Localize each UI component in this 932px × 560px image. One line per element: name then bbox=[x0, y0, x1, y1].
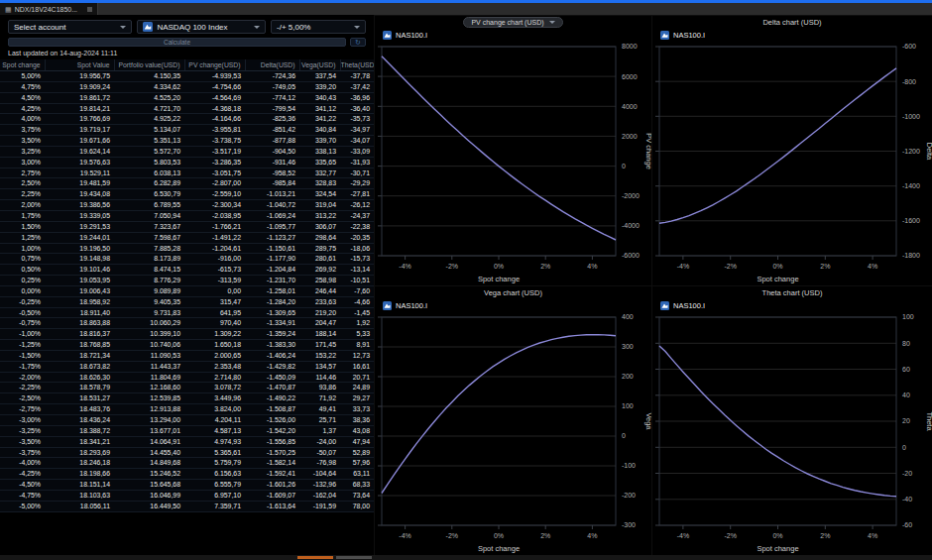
column-header[interactable]: Spot Value bbox=[45, 59, 114, 71]
table-cell: 19.244,01 bbox=[45, 232, 114, 243]
table-row[interactable]: 3,75%19.719,175.134,07-3.955,81-851,4234… bbox=[0, 125, 374, 136]
table-row[interactable]: 2,75%19.529,116.038,13-3.051,75-958,5233… bbox=[0, 168, 374, 178]
table-cell: -33,09 bbox=[340, 146, 374, 157]
column-header[interactable]: Vega(USD) bbox=[299, 59, 340, 71]
table-row[interactable]: -0,25%18.958,929.405,35315,47-1.284,2023… bbox=[0, 296, 374, 307]
y-axis-label: Theta bbox=[925, 411, 932, 431]
table-cell: 5.572,70 bbox=[114, 146, 184, 157]
table-row[interactable]: 1,25%19.244,017.598,67-1.491,22-1.123,27… bbox=[0, 232, 374, 243]
table-cell: 233,63 bbox=[299, 296, 340, 307]
table-row[interactable]: -5,00%18.056,1116.449,507.359,71-1.613,6… bbox=[0, 501, 374, 511]
column-header[interactable]: Spot change bbox=[0, 59, 45, 71]
table-cell: -1.231,70 bbox=[245, 276, 299, 286]
table-row[interactable]: -0,75%18.863,8810.060,29970,40-1.334,912… bbox=[0, 318, 374, 329]
table-cell: 339,20 bbox=[299, 81, 340, 92]
table-cell: 19.956,75 bbox=[45, 71, 114, 82]
column-header[interactable]: PV change(USD) bbox=[184, 59, 245, 71]
column-header[interactable]: Portfolio value(USD) bbox=[114, 59, 184, 71]
table-cell: -1.150,61 bbox=[245, 243, 299, 254]
table-row[interactable]: -1,25%18.768,8510.740,061.650,18-1.383,3… bbox=[0, 340, 374, 351]
column-header[interactable]: Theta(USD) bbox=[340, 59, 374, 71]
table-row[interactable]: 4,50%19.861,724.525,20-4.564,69-774,1234… bbox=[0, 92, 374, 103]
table-row[interactable]: 2,50%19.481,596.282,89-2.807,00-985,8432… bbox=[0, 178, 374, 189]
charts-grid: PV change chart (USD)NAS100.I80006000400… bbox=[374, 15, 932, 555]
svg-text:-2%: -2% bbox=[724, 263, 736, 270]
table-cell: -3.517,19 bbox=[184, 146, 245, 157]
table-row[interactable]: -4,25%18.198,6615.246,526.156,63-1.592,4… bbox=[0, 469, 374, 480]
table-cell: 4.925,22 bbox=[114, 114, 184, 125]
table-row[interactable]: 5,00%19.956,754.150,35-4.939,53-724,3633… bbox=[0, 71, 374, 82]
refresh-button[interactable]: ↻ bbox=[350, 38, 366, 47]
table-cell: 2,25% bbox=[0, 189, 45, 200]
table-cell: -22,38 bbox=[340, 221, 374, 232]
table-row[interactable]: -2,00%18.626,3011.804,692.714,80-1.450,0… bbox=[0, 372, 374, 383]
table-cell: 5,00% bbox=[0, 71, 45, 82]
table-cell: 12.168,60 bbox=[114, 383, 184, 393]
table-cell: -916,00 bbox=[184, 254, 245, 265]
table-row[interactable]: 3,25%19.624,145.572,70-3.517,19-904,5033… bbox=[0, 146, 374, 157]
instrument-icon bbox=[383, 31, 392, 40]
delta-plot: -600-800-1000-1200-1400-1600-1800-4%-2%0… bbox=[652, 41, 932, 285]
table-row[interactable]: -0,50%18.911,409.731,83641,95-1.309,6521… bbox=[0, 307, 374, 318]
account-select[interactable]: Select account bbox=[8, 20, 132, 34]
table-cell: 341,22 bbox=[299, 114, 340, 125]
table-row[interactable]: 0,75%19.148,988.173,89-916,00-1.177,9028… bbox=[0, 254, 374, 265]
table-row[interactable]: -2,75%18.483,7612.913,883.824,00-1.508,8… bbox=[0, 404, 374, 415]
table-cell: -724,36 bbox=[245, 71, 299, 82]
table-row[interactable]: 4,75%19.909,244.334,62-4.754,66-749,0533… bbox=[0, 81, 374, 92]
table-row[interactable]: 0,00%19.006,439.089,890,00-1.258,01246,4… bbox=[0, 285, 374, 296]
chart-type-select[interactable]: PV change chart (USD) bbox=[463, 17, 562, 28]
table-cell: 328,83 bbox=[299, 178, 340, 189]
table-row[interactable]: -2,25%18.578,7912.168,603.078,72-1.470,8… bbox=[0, 383, 374, 393]
table-row[interactable]: 2,00%19.386,566.789,55-2.300,34-1.040,72… bbox=[0, 200, 374, 211]
svg-text:-60: -60 bbox=[902, 521, 912, 528]
chart-title: Delta chart (USD) bbox=[762, 18, 821, 27]
table-row[interactable]: -4,50%18.151,1415.645,686.555,79-1.601,2… bbox=[0, 480, 374, 491]
tab-detach-icon[interactable] bbox=[87, 7, 92, 12]
table-row[interactable]: -3,00%18.436,2413.294,004.204,11-1.526,0… bbox=[0, 415, 374, 426]
table-cell: -3.738,75 bbox=[184, 136, 245, 147]
table-cell: -3.286,35 bbox=[184, 157, 245, 168]
table-row[interactable]: 1,75%19.339,057.050,94-2.038,95-1.069,24… bbox=[0, 210, 374, 221]
table-row[interactable]: 1,00%19.196,507.885,28-1.204,61-1.150,61… bbox=[0, 243, 374, 254]
table-row[interactable]: -1,75%18.673,8211.443,372.353,48-1.429,8… bbox=[0, 361, 374, 372]
table-row[interactable]: -2,50%18.531,2712.539,853.449,96-1.490,2… bbox=[0, 393, 374, 404]
tab-ndx-option[interactable]: ▦ NDX/18V24C1850... bbox=[0, 3, 98, 15]
range-select[interactable]: -/+ 5,00% bbox=[271, 20, 366, 34]
calculate-button[interactable]: Calculate bbox=[8, 38, 346, 47]
svg-text:-4%: -4% bbox=[677, 263, 689, 270]
table-row[interactable]: -3,50%18.341,2114.064,914.974,93-1.556,8… bbox=[0, 436, 374, 447]
table-cell: 641,95 bbox=[184, 307, 245, 318]
table-cell: -749,05 bbox=[245, 81, 299, 92]
table-row[interactable]: 0,50%19.101,468.474,15-615,73-1.204,8426… bbox=[0, 265, 374, 276]
table-row[interactable]: -1,50%18.721,3411.090,532.000,65-1.406,2… bbox=[0, 350, 374, 361]
table-cell: 19.434,08 bbox=[45, 189, 114, 200]
table-row[interactable]: -4,75%18.103,6316.046,996.957,10-1.609,0… bbox=[0, 490, 374, 501]
pv-change-curve bbox=[382, 56, 616, 240]
column-header[interactable]: Delta(USD) bbox=[245, 59, 299, 71]
table-cell: 7.050,94 bbox=[114, 210, 184, 221]
table-row[interactable]: -3,75%18.293,6914.455,405.365,61-1.570,2… bbox=[0, 447, 374, 458]
table-cell: -35,73 bbox=[340, 114, 374, 125]
table-row[interactable]: -4,00%18.246,1814.849,685.759,79-1.582,1… bbox=[0, 458, 374, 469]
table-cell: 1,75% bbox=[0, 210, 45, 221]
scrollbar-thumb-gray[interactable] bbox=[336, 556, 372, 559]
table-cell: 18.816,37 bbox=[45, 329, 114, 340]
table-row[interactable]: 4,00%19.766,694.925,22-4.164,66-825,3634… bbox=[0, 114, 374, 125]
table-cell: -34,07 bbox=[340, 136, 374, 147]
table-row[interactable]: 3,00%19.576,635.803,53-3.286,35-931,4633… bbox=[0, 157, 374, 168]
table-row[interactable]: 0,25%19.053,958.776,29-313,59-1.231,7025… bbox=[0, 276, 374, 286]
table-row[interactable]: -3,25%18.388,7213.677,014.587,13-1.542,2… bbox=[0, 425, 374, 436]
table-row[interactable]: 2,25%19.434,086.530,79-2.559,10-1.013,21… bbox=[0, 189, 374, 200]
table-row[interactable]: 3,50%19.671,665.351,13-3.738,75-877,8833… bbox=[0, 136, 374, 147]
table-cell: 134,57 bbox=[299, 361, 340, 372]
table-row[interactable]: 4,25%19.814,214.721,70-4.368,18-799,5434… bbox=[0, 103, 374, 114]
table-cell: 4.587,13 bbox=[184, 425, 245, 436]
table-cell: 19.006,43 bbox=[45, 285, 114, 296]
scrollbar-thumb-orange[interactable] bbox=[297, 556, 333, 559]
table-row[interactable]: -1,00%18.816,3710.399,101.309,22-1.359,2… bbox=[0, 329, 374, 340]
svg-text:200: 200 bbox=[622, 373, 634, 380]
table-row[interactable]: 1,50%19.291,537.323,67-1.766,21-1.095,77… bbox=[0, 221, 374, 232]
instrument-select[interactable]: NASDAQ 100 Index bbox=[137, 20, 266, 34]
table-cell: -1.177,90 bbox=[245, 254, 299, 265]
